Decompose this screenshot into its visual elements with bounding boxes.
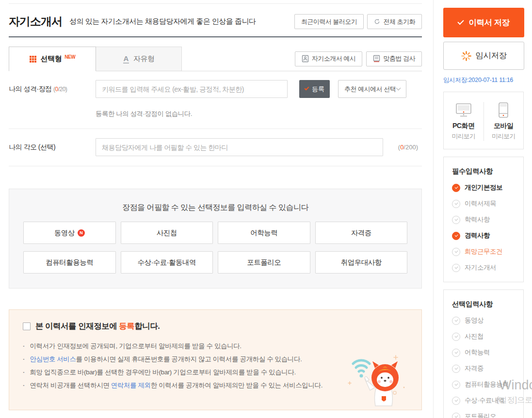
phone-icon [498, 102, 509, 118]
check-circle-icon [452, 365, 460, 373]
load-recent-label: 최근이력서 불러오기 [301, 17, 357, 26]
monitor-icon [454, 102, 473, 118]
option-button-language[interactable]: 어학능력 [218, 222, 310, 244]
page-title: 자기소개서 [9, 14, 62, 29]
spellcheck-icon [373, 55, 380, 63]
required-fields-title: 필수입력사항 [452, 167, 523, 176]
intro-type-tabbar: 선택형 NEW A 자유형 자기소개서 예시 [9, 47, 422, 71]
register-label: 등록 [312, 85, 324, 94]
personality-empty-text: 등록한 나의 성격·장점이 없습니다. [96, 110, 422, 118]
resolution-label: 나의 각오 (선택) [9, 143, 96, 152]
suggest-examples-dropdown[interactable]: 추천 예시에서 선택 [338, 80, 406, 98]
save-resume-button[interactable]: 이력서 저장 [443, 8, 524, 37]
check-circle-icon [452, 248, 460, 256]
save-sidebar: 이력서 저장 임시저장 임시저장:2020-07-11 11:16 [433, 0, 532, 418]
check-circle-icon [452, 200, 460, 208]
personality-row: 나의 성격·장점 (0/20) 등록 추천 예시에서 선택 [9, 71, 422, 98]
contact-exclude-link[interactable]: 연락처를 제외 [111, 382, 151, 389]
check-icon [458, 18, 464, 25]
personality-empty-wrap: 등록한 나의 성격·장점이 없습니다. [9, 98, 422, 129]
option-button-computer-skills[interactable]: 컴퓨터활용능력 [23, 251, 116, 273]
temp-save-timestamp: 임시저장:2020-07-11 11:16 [443, 76, 524, 84]
sidebar-item-basic-info[interactable]: 개인기본정보 [452, 183, 523, 192]
pc-preview-button[interactable]: PC화면 미리보기 [444, 102, 484, 141]
option-button-photos[interactable]: 사진첩 [121, 222, 213, 244]
sidebar-item-video[interactable]: 동영상 [452, 316, 523, 325]
spellcheck-button[interactable]: 맞춤법 검사 [366, 51, 422, 66]
intro-example-button[interactable]: 자기소개서 예시 [295, 51, 363, 66]
keyword-input[interactable] [96, 80, 288, 98]
resolution-input[interactable] [96, 138, 383, 156]
sidebar-item-self-introduction[interactable]: 자기소개서 [452, 263, 523, 272]
spinner-icon [461, 51, 471, 61]
optional-info-grid: 동영상 N 사진첩 어학능력 자격증 컴퓨터활용능력 수상·수료·활동내역 [23, 222, 407, 273]
check-circle-icon [452, 413, 460, 418]
windows-watermark: Windo [499, 378, 532, 393]
section-header: 자기소개서 성의 있는 자기소개서는 채용담당자에게 좋은 인상을 줍니다 최근… [9, 4, 422, 37]
check-circle-icon [452, 349, 460, 357]
sidebar-item-photos[interactable]: 사진첩 [452, 332, 523, 341]
option-button-awards[interactable]: 수상·수료·활동내역 [121, 251, 213, 273]
optional-fields-title: 선택입력사항 [452, 300, 523, 309]
tab-select-type[interactable]: 선택형 NEW [9, 47, 96, 71]
text-a-icon: A [123, 55, 129, 64]
option-button-portfolio[interactable]: 포트폴리오 [218, 251, 310, 273]
pc-preview-label: PC화면 [444, 122, 484, 130]
sidebar-item-resume-title[interactable]: 이력서제목 [452, 199, 523, 208]
tab-free-type-label: 자유형 [133, 54, 155, 64]
preview-panel: PC화면 미리보기 모바일 미리보기 [443, 92, 524, 149]
main-content: 자기소개서 성의 있는 자기소개서는 채용담당자에게 좋은 인상을 줍니다 최근… [9, 0, 422, 410]
optional-info-box: 장점을 어필할 수 있는 선택정보를 입력하실 수 있습니다 동영상 N 사진첩… [9, 189, 422, 289]
document-person-icon [302, 55, 309, 63]
talent-register-notice: 본 이력서를 인재정보에 등록합니다. 이력서가 인재정보에 공개되며, 기업으… [9, 309, 422, 410]
option-button-certificate[interactable]: 자격증 [315, 222, 408, 244]
temp-save-button[interactable]: 임시저장 [443, 42, 524, 70]
grid-icon [30, 56, 36, 63]
new-badge: NEW [64, 54, 75, 60]
check-circle-icon [452, 397, 460, 405]
optional-info-title: 장점을 어필할 수 있는 선택정보를 입력하실 수 있습니다 [23, 203, 407, 213]
temp-save-label: 임시저장 [476, 50, 507, 61]
mobile-preview-label: 모바일 [484, 122, 524, 130]
reset-all-button[interactable]: 전체 초기화 [367, 14, 422, 29]
register-button[interactable]: 등록 [299, 80, 330, 98]
sidebar-item-language[interactable]: 어학능력 [452, 348, 523, 357]
option-button-employment-preference[interactable]: 취업우대사항 [315, 251, 408, 273]
check-circle-icon [452, 216, 460, 224]
n-badge-icon: N [78, 229, 85, 237]
windows-watermark-line2: [설정]으로 [497, 395, 532, 405]
spellcheck-label: 맞춤법 검사 [383, 54, 415, 63]
check-icon [305, 86, 309, 91]
check-circle-icon [452, 381, 460, 389]
suggest-label: 추천 예시에서 선택 [344, 85, 396, 94]
sidebar-item-work-conditions[interactable]: 희망근무조건 [452, 247, 523, 256]
sparkle-icon [394, 355, 398, 359]
resume-editor-page: 자기소개서 성의 있는 자기소개서는 채용담당자에게 좋은 인상을 줍니다 최근… [0, 0, 532, 418]
talent-register-title: 본 이력서를 인재정보에 등록합니다. [35, 321, 160, 332]
intro-example-label: 자기소개서 예시 [312, 54, 356, 63]
check-circle-icon [452, 232, 460, 240]
sidebar-item-portfolio[interactable]: 포트폴리오 [452, 412, 523, 418]
save-resume-label: 이력서 저장 [468, 17, 509, 28]
resolution-count: (0/200) [398, 144, 418, 151]
mascot-image [347, 350, 409, 409]
refresh-icon [374, 18, 380, 25]
option-button-video[interactable]: 동영상 N [23, 222, 116, 244]
sidebar-item-certificate[interactable]: 자격증 [452, 364, 523, 373]
check-circle-icon [452, 264, 460, 272]
talent-register-checkbox[interactable] [23, 322, 31, 330]
personality-label: 나의 성격·장점 (0/20) [9, 85, 96, 94]
resolution-row: 나의 각오 (선택) (0/200) [9, 129, 422, 166]
talent-register-title-row: 본 이력서를 인재정보에 등록합니다. [23, 321, 408, 332]
reset-all-label: 전체 초기화 [383, 17, 415, 26]
check-circle-icon [452, 333, 460, 341]
required-fields-panel: 필수입력사항 개인기본정보 이력서제목 학력사항 경력사항 희망근무조건 [443, 157, 524, 282]
top-divider [9, 0, 422, 4]
tab-free-type[interactable]: A 자유형 [96, 47, 182, 71]
safe-number-link[interactable]: 안심번호 서비스 [30, 355, 76, 363]
load-recent-resume-button[interactable]: 최근이력서 불러오기 [294, 14, 364, 29]
sidebar-item-education[interactable]: 학력사항 [452, 215, 523, 224]
tab-select-type-label: 선택형 [41, 54, 62, 64]
sidebar-item-career[interactable]: 경력사항 [452, 231, 523, 240]
mobile-preview-button[interactable]: 모바일 미리보기 [484, 102, 524, 141]
